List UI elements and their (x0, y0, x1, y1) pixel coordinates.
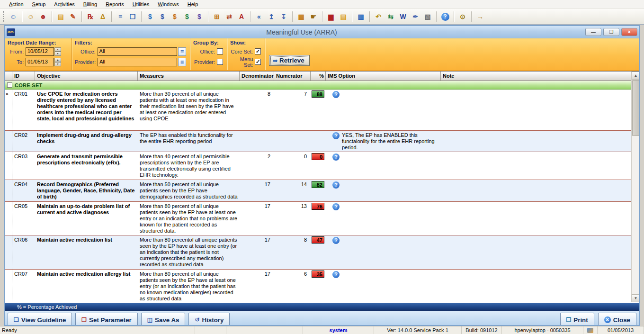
from-date-spinner[interactable]: ▲▼ (54, 47, 61, 56)
lock-icon[interactable]: ⊙ (457, 11, 468, 22)
scroll-down-icon[interactable]: ▼ (632, 294, 640, 302)
office-filter-field[interactable]: All (98, 47, 178, 56)
minimize-button[interactable]: — (585, 28, 601, 36)
close-window-button[interactable]: × (621, 28, 637, 36)
grid-row-cr04[interactable]: CR04Record Demographics (Preferred langu… (5, 180, 631, 202)
appointment-clock-icon[interactable]: ▦ (295, 11, 307, 22)
checkin-icon[interactable]: ☛ (308, 11, 319, 22)
menu-item-setup[interactable]: Setup (28, 0, 50, 8)
payment-icon[interactable]: $ (157, 11, 168, 22)
superbill-icon[interactable]: ▧ (422, 11, 433, 22)
schedule-grid-icon[interactable]: ⊞ (211, 11, 223, 22)
edit-demographics-icon[interactable]: ✎ (67, 11, 79, 22)
help-question-icon[interactable]: ? (332, 181, 340, 189)
charges-icon[interactable]: $ (144, 11, 156, 22)
patient-balance-icon[interactable]: $ (169, 11, 180, 22)
grid-row-cr05[interactable]: CR05Maintain an up-to-date problem list … (5, 202, 631, 235)
to-date-spinner[interactable]: ▲▼ (54, 58, 61, 66)
print-button[interactable]: ❐Print (560, 313, 594, 325)
menu-item-windows[interactable]: Windows (153, 0, 183, 8)
row-selector[interactable] (5, 180, 12, 201)
copy-document-icon[interactable]: ❐ (127, 11, 138, 22)
clipboard-report-icon[interactable]: ▥ (355, 11, 367, 22)
collect-money-icon[interactable]: $ (181, 11, 193, 22)
send-batch-icon[interactable]: ↥ (266, 11, 277, 22)
patient-folder-icon[interactable]: ▤ (338, 11, 349, 22)
from-date-field[interactable]: 10/05/12 (26, 47, 54, 56)
help-icon[interactable]: ? (439, 11, 451, 22)
row-selector[interactable] (5, 202, 12, 235)
provider-filter-field[interactable]: All (98, 58, 177, 66)
view-guideline-button[interactable]: ❏View Guideline (8, 313, 72, 325)
office-lookup-icon[interactable]: ≣ (178, 47, 186, 56)
history-button[interactable]: ↺History (188, 313, 230, 325)
window-titlebar[interactable]: IMS Meaningful Use (ARRA) — ❐ × (5, 26, 639, 38)
row-selector[interactable] (5, 131, 12, 152)
save-as-button[interactable]: ◫Save As (141, 313, 186, 325)
sequence-icon[interactable]: ⇄ (224, 11, 235, 22)
lab-icon[interactable]: Δ (97, 11, 108, 22)
grid-row-cr01[interactable]: »CR01Use CPOE for medication orders dire… (5, 90, 631, 131)
row-selector[interactable]: » (5, 90, 12, 130)
row-selector[interactable] (5, 235, 12, 269)
row-selector[interactable] (5, 152, 12, 180)
help-question-icon[interactable]: ? (332, 203, 340, 210)
refund-icon[interactable]: $ (194, 11, 205, 22)
receive-batch-icon[interactable]: ↧ (278, 11, 289, 22)
exit-icon[interactable]: → (474, 11, 486, 22)
scrollbar-thumb[interactable] (632, 80, 639, 136)
menu-item-reports[interactable]: Reports (101, 0, 128, 8)
patient-inquiry-icon[interactable]: ☺ (25, 11, 36, 22)
help-question-icon[interactable]: ? (332, 153, 340, 161)
column-header-note[interactable]: Note (441, 72, 631, 81)
toolbar-grip[interactable] (3, 11, 5, 22)
reports-chart-icon[interactable]: ▆ (325, 11, 337, 22)
menu-set-checkbox[interactable]: ✓ (255, 59, 261, 65)
group-header-row[interactable]: −CORE SET (5, 81, 631, 90)
core-set-checkbox[interactable]: ✓ (255, 48, 261, 54)
help-question-icon[interactable]: ? (332, 91, 340, 98)
menu-item-help[interactable]: Help (183, 0, 203, 8)
word-export-icon[interactable]: W (397, 11, 409, 22)
menu-item-billing[interactable]: Billing (79, 0, 101, 8)
column-header-pct[interactable]: % (311, 72, 326, 81)
patient-verify-icon[interactable]: ☻ (37, 11, 49, 22)
scroll-up-icon[interactable]: ▲ (632, 72, 640, 80)
column-header-id[interactable]: ID (12, 72, 35, 81)
provider-lookup-icon[interactable]: ≣ (178, 58, 186, 66)
menu-item-activities[interactable]: Activities (50, 0, 79, 8)
column-header-meas[interactable]: Measures (138, 72, 240, 81)
group-office-checkbox[interactable] (217, 48, 223, 54)
column-header-num[interactable]: Numerator (274, 72, 311, 81)
help-question-icon[interactable]: ? (332, 271, 340, 278)
close-button[interactable]: ×Close (598, 313, 636, 325)
column-header-den[interactable]: Denominator (240, 72, 274, 81)
retrieve-button[interactable]: ⇒ Retrieve (269, 55, 310, 66)
collapse-icon[interactable]: − (7, 82, 12, 88)
transfer-arrows-icon[interactable]: ⇆ (385, 11, 396, 22)
help-question-icon[interactable]: ? (332, 237, 340, 244)
grid-row-cr06[interactable]: CR06Maintain active medication listMore … (5, 235, 631, 270)
restore-button[interactable]: ❐ (603, 28, 619, 36)
menu-item-utilities[interactable]: Utilities (128, 0, 153, 8)
menu-item-action[interactable]: Action (5, 0, 28, 8)
spell-check-icon[interactable]: A (236, 11, 247, 22)
open-chart-icon[interactable]: ▤ (55, 11, 66, 22)
to-date-field[interactable]: 01/05/13 (26, 58, 54, 66)
prescription-icon[interactable]: ℞ (85, 11, 96, 22)
column-header-obj[interactable]: Objective (35, 72, 138, 81)
group-provider-checkbox[interactable] (217, 59, 223, 65)
document-icon[interactable]: ≡ (115, 11, 126, 22)
row-selector[interactable] (5, 270, 12, 302)
scan-icon[interactable]: « (253, 11, 265, 22)
grid-row-cr02[interactable]: CR02Implement drug-drug and drug-allergy… (5, 131, 631, 152)
vertical-scrollbar[interactable]: ▲ ▼ (631, 72, 639, 302)
set-parameter-button[interactable]: ❒Set Parameter (75, 313, 137, 325)
help-question-icon[interactable]: ? (332, 132, 340, 139)
signature-icon[interactable]: ✒ (410, 11, 421, 22)
column-header-ims[interactable]: IMS Option (326, 72, 441, 81)
grid-row-cr03[interactable]: CR03Generate and transmit permissible pr… (5, 152, 631, 180)
sticky-note-icon[interactable]: ↶ (373, 11, 384, 22)
patient-icon[interactable]: ☺ (8, 11, 19, 22)
column-header-rowhdr[interactable] (5, 72, 12, 81)
